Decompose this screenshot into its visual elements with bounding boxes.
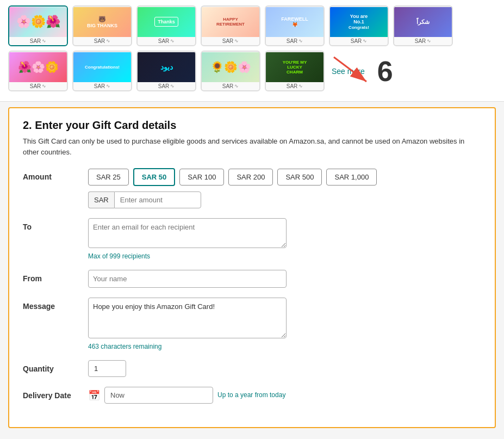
to-row: To Max of 999 recipients bbox=[23, 218, 481, 260]
card-label-9: SAR ∿ bbox=[94, 82, 111, 90]
amount-btn-200[interactable]: SAR 200 bbox=[228, 169, 273, 186]
card-image-10: ديود bbox=[138, 52, 195, 82]
gift-card-1[interactable]: 🌸🌼🌺 SAR ∿ bbox=[8, 5, 68, 46]
quantity-label: Quantity bbox=[23, 360, 88, 373]
card-label-2: SAR ∿ bbox=[94, 37, 111, 45]
from-input[interactable] bbox=[88, 270, 287, 288]
from-row: From bbox=[23, 270, 481, 288]
card-image-6: You areNo.1Congrats! bbox=[330, 7, 388, 37]
gift-card-5[interactable]: FAREWELL🦊 SAR ∿ bbox=[265, 5, 325, 46]
delivery-hint: Up to a year from today bbox=[217, 391, 285, 400]
card-image-1: 🌸🌼🌺 bbox=[9, 7, 67, 37]
gift-card-form-section: 2. Enter your Gift Card details This Gif… bbox=[8, 107, 496, 428]
message-row: Message 463 characters remaining bbox=[23, 298, 481, 350]
card-image-7: شكراً bbox=[394, 7, 452, 37]
message-label: Message bbox=[23, 298, 88, 311]
card-image-4: HAPPYRETIREMENT bbox=[202, 7, 259, 37]
amount-row: Amount SAR 25 SAR 50 SAR 100 SAR 200 SAR… bbox=[23, 168, 481, 208]
section-description: This Gift Card can only be used to purch… bbox=[23, 136, 481, 157]
amount-control: SAR 25 SAR 50 SAR 100 SAR 200 SAR 500 SA… bbox=[88, 168, 481, 208]
amount-options: SAR 25 SAR 50 SAR 100 SAR 200 SAR 500 SA… bbox=[88, 168, 481, 186]
delivery-date-control: 📅 Up to a year from today bbox=[88, 387, 481, 404]
amount-btn-500[interactable]: SAR 500 bbox=[277, 169, 322, 186]
section-title: 2. Enter your Gift Card details bbox=[23, 119, 481, 132]
gift-card-6[interactable]: You areNo.1Congrats! SAR ∿ bbox=[329, 5, 389, 46]
from-label: From bbox=[23, 270, 88, 283]
card-label-10: SAR ∿ bbox=[158, 82, 175, 90]
to-hint: Max of 999 recipients bbox=[88, 252, 481, 260]
from-control bbox=[88, 270, 481, 288]
card-label-3: SAR ∿ bbox=[158, 37, 175, 45]
card-row-2: 🌺🌸🌼 SAR ∿ Congratulations! SAR ∿ ديود SA… bbox=[8, 51, 496, 91]
card-image-12: YOU'RE MYLUCKYCHARM bbox=[266, 52, 323, 82]
quantity-input[interactable] bbox=[88, 360, 126, 377]
gift-card-9[interactable]: Congratulations! SAR ∿ bbox=[72, 51, 132, 91]
gift-card-11[interactable]: 🌻🌼🌸 SAR ∿ bbox=[201, 51, 260, 91]
gift-card-8[interactable]: 🌺🌸🌼 SAR ∿ bbox=[8, 51, 68, 91]
delivery-row: 📅 Up to a year from today bbox=[88, 387, 481, 404]
message-control: 463 characters remaining bbox=[88, 298, 481, 350]
svg-line-1 bbox=[334, 57, 366, 82]
custom-amount-input[interactable] bbox=[114, 191, 201, 208]
card-label-6: SAR ∿ bbox=[351, 37, 368, 45]
amazon-smile-1: ∿ bbox=[42, 38, 46, 44]
to-control: Max of 999 recipients bbox=[88, 218, 481, 260]
card-label-8: SAR ∿ bbox=[30, 82, 47, 90]
delivery-date-row: Delivery Date 📅 Up to a year from today bbox=[23, 387, 481, 404]
quantity-control bbox=[88, 360, 481, 377]
to-label: To bbox=[23, 218, 88, 231]
gift-card-12[interactable]: YOU'RE MYLUCKYCHARM SAR ∿ bbox=[265, 51, 325, 91]
chars-remaining: 463 characters remaining bbox=[88, 343, 481, 350]
gift-card-gallery: 🌸🌼🌺 SAR ∿ 🐻 BIG THANKS SAR ∿ Tha bbox=[0, 0, 504, 102]
number-badge: 6 bbox=[377, 57, 393, 85]
card-image-3: Thanks bbox=[138, 7, 195, 37]
card-label-7: SAR ∿ bbox=[415, 37, 432, 45]
number-badge-container: 6 bbox=[372, 57, 393, 85]
amount-label: Amount bbox=[23, 168, 88, 181]
card-row-1: 🌸🌼🌺 SAR ∿ 🐻 BIG THANKS SAR ∿ Tha bbox=[8, 5, 496, 46]
card-image-8: 🌺🌸🌼 bbox=[9, 52, 67, 82]
message-textarea[interactable] bbox=[88, 298, 287, 338]
card-label-11: SAR ∿ bbox=[222, 82, 239, 90]
amount-btn-1000[interactable]: SAR 1,000 bbox=[326, 169, 377, 186]
card-image-9: Congratulations! bbox=[73, 52, 131, 82]
gift-card-10[interactable]: ديود SAR ∿ bbox=[136, 51, 196, 91]
card-image-5: FAREWELL🦊 bbox=[266, 7, 323, 37]
calendar-icon[interactable]: 📅 bbox=[88, 389, 100, 401]
gift-card-4[interactable]: HAPPYRETIREMENT SAR ∿ bbox=[201, 5, 260, 46]
gift-card-3[interactable]: Thanks SAR ∿ bbox=[136, 5, 196, 46]
amount-btn-25[interactable]: SAR 25 bbox=[88, 169, 129, 186]
delivery-date-input[interactable] bbox=[104, 387, 213, 404]
card-image-11: 🌻🌼🌸 bbox=[202, 52, 259, 82]
quantity-row: Quantity bbox=[23, 360, 481, 377]
gift-card-7[interactable]: شكراً SAR ∿ bbox=[393, 5, 453, 46]
delivery-date-label: Delivery Date bbox=[23, 387, 88, 400]
custom-amount-row: SAR bbox=[88, 191, 481, 208]
card-label-4: SAR ∿ bbox=[222, 37, 239, 45]
card-label-5: SAR ∿ bbox=[287, 37, 303, 45]
to-textarea[interactable] bbox=[88, 218, 287, 248]
amount-btn-100[interactable]: SAR 100 bbox=[179, 169, 224, 186]
gift-card-2[interactable]: 🐻 BIG THANKS SAR ∿ bbox=[72, 5, 132, 46]
card-label-12: SAR ∿ bbox=[287, 82, 303, 90]
amount-btn-50[interactable]: SAR 50 bbox=[133, 168, 176, 186]
arrow-icon bbox=[328, 52, 377, 90]
card-label-1: SAR ∿ bbox=[30, 37, 47, 45]
card-image-2: 🐻 BIG THANKS bbox=[73, 7, 131, 37]
sar-prefix: SAR bbox=[88, 191, 114, 208]
